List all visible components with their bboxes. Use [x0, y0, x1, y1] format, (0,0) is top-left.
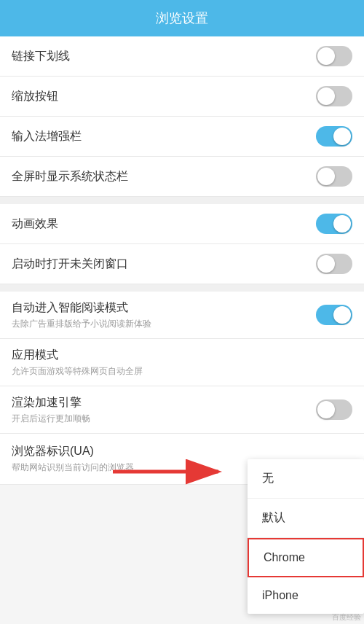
toggle-app-mode-container — [316, 352, 352, 373]
toggle-knob — [317, 401, 335, 418]
ua-dropdown: 无 默认 Chrome iPhone — [248, 459, 364, 614]
setting-animation[interactable]: 动画效果 — [0, 204, 364, 244]
setting-label-link-underline: 链接下划线 — [12, 49, 316, 64]
watermark: 百度经验 — [329, 611, 364, 624]
toggle-knob — [333, 215, 351, 233]
page-title: 浏览设置 — [156, 9, 208, 27]
toggle-link-underline[interactable] — [316, 46, 352, 66]
dropdown-item-none[interactable]: 无 — [248, 459, 364, 499]
dropdown-item-default[interactable]: 默认 — [248, 499, 364, 538]
setting-render-engine[interactable]: 渲染加速引擎 开启后运行更加顺畅 — [0, 386, 364, 434]
dropdown-item-chrome[interactable]: Chrome — [248, 538, 364, 577]
setting-restore-windows[interactable]: 启动时打开未关闭窗口 — [0, 244, 364, 284]
setting-label-restore-windows: 启动时打开未关闭窗口 — [12, 257, 316, 272]
toggle-render-engine-container — [316, 399, 352, 420]
toggle-knob — [317, 87, 335, 105]
setting-label-input-bar: 输入法增强栏 — [12, 129, 316, 144]
setting-label-zoom-button: 缩放按钮 — [12, 89, 316, 104]
settings-group-2: 动画效果 启动时打开未关闭窗口 — [0, 204, 364, 284]
setting-input-bar[interactable]: 输入法增强栏 — [0, 117, 364, 157]
setting-label-app-mode: 应用模式 允许页面游戏等特殊网页自动全屏 — [12, 348, 352, 378]
toggle-animation[interactable] — [316, 214, 352, 234]
settings-group-3: 自动进入智能阅读模式 去除广告重排版给予小说阅读新体验 应用模式 允许页面游戏等… — [0, 292, 364, 485]
toggle-fullscreen-status[interactable] — [316, 166, 352, 187]
toggle-restore-windows[interactable] — [316, 254, 352, 274]
setting-label-fullscreen-status: 全屏时显示系统状态栏 — [12, 169, 316, 184]
setting-zoom-button[interactable]: 缩放按钮 — [0, 77, 364, 117]
toggle-zoom-button[interactable] — [316, 86, 352, 106]
setting-link-underline[interactable]: 链接下划线 — [0, 36, 364, 77]
toggle-render-engine[interactable] — [316, 399, 352, 420]
divider-1 — [0, 197, 364, 204]
toggle-smart-read-container — [316, 305, 352, 325]
toggle-knob — [333, 306, 351, 324]
toggle-knob — [317, 47, 335, 65]
setting-label-render-engine: 渲染加速引擎 开启后运行更加顺畅 — [12, 395, 352, 425]
toggle-knob — [333, 128, 351, 145]
toggle-knob — [317, 168, 335, 185]
setting-smart-read[interactable]: 自动进入智能阅读模式 去除广告重排版给予小说阅读新体验 — [0, 292, 364, 339]
toggle-input-bar[interactable] — [316, 126, 352, 147]
setting-label-animation: 动画效果 — [12, 217, 316, 232]
setting-label-smart-read: 自动进入智能阅读模式 去除广告重排版给予小说阅读新体验 — [12, 300, 352, 330]
settings-group-1: 链接下划线 缩放按钮 输入法增强栏 全屏时显示系统状态栏 — [0, 36, 364, 197]
divider-2 — [0, 284, 364, 292]
dropdown-item-iphone[interactable]: iPhone — [248, 577, 364, 614]
setting-fullscreen-status[interactable]: 全屏时显示系统状态栏 — [0, 157, 364, 197]
page-header: 浏览设置 — [0, 0, 364, 36]
toggle-knob — [317, 255, 335, 273]
setting-app-mode[interactable]: 应用模式 允许页面游戏等特殊网页自动全屏 — [0, 339, 364, 386]
toggle-smart-read[interactable] — [316, 305, 352, 325]
